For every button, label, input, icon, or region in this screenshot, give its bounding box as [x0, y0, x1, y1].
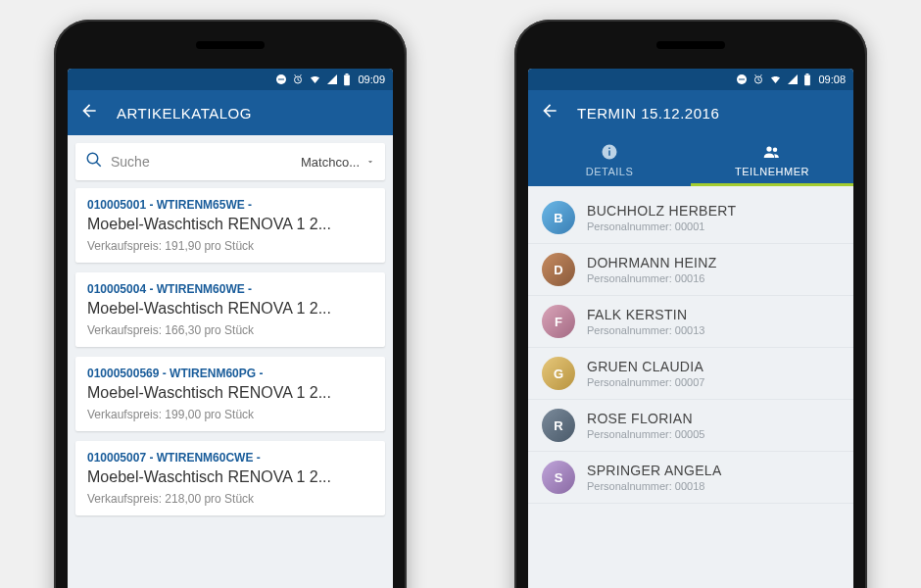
page-title: ARTIKELKATALOG — [117, 105, 252, 122]
article-list: 010005001 - WTIRENM65WE - Moebel-Waschti… — [68, 188, 393, 515]
svg-point-15 — [773, 148, 778, 153]
avatar: B — [542, 201, 575, 234]
participant-number: Personalnummer: 00018 — [587, 480, 722, 492]
app-bar: ARTIKELKATALOG — [68, 90, 393, 135]
tab-label: TEILNEHMER — [735, 166, 809, 177]
article-code: 01000500569 - WTIRENM60PG - — [87, 367, 373, 380]
participant-row[interactable]: D DOHRMANN HEINZ Personalnummer: 00016 — [528, 244, 853, 296]
dnd-icon — [275, 74, 287, 85]
svg-rect-12 — [608, 151, 610, 156]
participant-number: Personalnummer: 00005 — [587, 428, 704, 440]
svg-rect-4 — [346, 74, 349, 74]
screen-right: 09:08 TERMIN 15.12.2016 DETAILS TEILNEHM… — [528, 69, 853, 588]
status-time: 09:09 — [358, 74, 385, 85]
signal-icon — [326, 74, 338, 85]
wifi-icon — [309, 74, 321, 85]
article-price: Verkaufspreis: 218,00 pro Stück — [87, 492, 373, 506]
tab-bar: DETAILS TEILNEHMER — [528, 135, 853, 186]
article-card[interactable]: 010005004 - WTIRENM60WE - Moebel-Waschti… — [75, 272, 385, 347]
search-filter-label: Matchco... — [301, 155, 360, 170]
svg-rect-13 — [608, 148, 610, 150]
search-filter-dropdown[interactable]: Matchco... — [301, 155, 375, 170]
article-price: Verkaufspreis: 166,30 pro Stück — [87, 323, 373, 337]
participant-row[interactable]: F FALK KERSTIN Personalnummer: 00013 — [528, 296, 853, 348]
avatar: R — [542, 409, 575, 442]
battery-icon — [803, 74, 811, 86]
participant-row[interactable]: G GRUEN CLAUDIA Personalnummer: 00007 — [528, 348, 853, 400]
article-title: Moebel-Waschtisch RENOVA 1 2... — [87, 216, 373, 233]
participant-name: BUCHHOLZ HERBERT — [587, 203, 736, 219]
participant-list: B BUCHHOLZ HERBERT Personalnummer: 00001… — [528, 186, 853, 510]
search-row: Matchco... — [75, 143, 385, 180]
avatar: F — [542, 305, 575, 338]
status-bar: 09:09 — [68, 69, 393, 90]
tab-participants[interactable]: TEILNEHMER — [691, 135, 853, 183]
tab-details[interactable]: DETAILS — [528, 135, 691, 183]
article-title: Moebel-Waschtisch RENOVA 1 2... — [87, 384, 373, 402]
signal-icon — [787, 74, 799, 85]
svg-point-14 — [766, 146, 771, 151]
participant-name: FALK KERSTIN — [587, 307, 704, 322]
alarm-icon — [292, 74, 304, 85]
article-price: Verkaufspreis: 199,00 pro Stück — [87, 408, 373, 421]
search-icon — [85, 151, 103, 172]
status-time: 09:08 — [818, 74, 846, 85]
svg-point-5 — [87, 153, 98, 164]
participant-name: SPRINGER ANGELA — [587, 463, 722, 478]
article-title: Moebel-Waschtisch RENOVA 1 2... — [87, 300, 373, 318]
avatar: D — [542, 253, 575, 286]
alarm-icon — [752, 74, 764, 85]
participant-number: Personalnummer: 00001 — [587, 220, 736, 232]
chevron-down-icon — [365, 157, 375, 167]
article-title: Moebel-Waschtisch RENOVA 1 2... — [87, 468, 373, 486]
page-title: TERMIN 15.12.2016 — [577, 105, 719, 122]
participant-number: Personalnummer: 00007 — [587, 376, 704, 388]
article-code: 010005001 - WTIRENM65WE - — [87, 198, 373, 212]
dnd-icon — [736, 74, 748, 85]
phone-left: 09:09 ARTIKELKATALOG Matchco... 01000500… — [54, 20, 407, 588]
article-card[interactable]: 01000500569 - WTIRENM60PG - Moebel-Wasch… — [75, 357, 385, 431]
tab-label: DETAILS — [586, 166, 634, 177]
phone-right: 09:08 TERMIN 15.12.2016 DETAILS TEILNEHM… — [514, 20, 867, 588]
avatar: S — [542, 461, 575, 494]
participant-name: GRUEN CLAUDIA — [587, 359, 704, 374]
svg-rect-7 — [739, 79, 745, 80]
svg-rect-3 — [345, 74, 351, 85]
article-code: 010005004 - WTIRENM60WE - — [87, 282, 373, 296]
article-card[interactable]: 010005001 - WTIRENM65WE - Moebel-Waschti… — [75, 188, 385, 263]
people-icon — [762, 143, 782, 163]
search-input[interactable] — [111, 154, 293, 170]
participant-row[interactable]: S SPRINGER ANGELA Personalnummer: 00018 — [528, 452, 853, 504]
status-bar: 09:08 — [528, 69, 853, 90]
avatar: G — [542, 357, 575, 390]
back-button[interactable] — [79, 101, 99, 124]
article-price: Verkaufspreis: 191,90 pro Stück — [87, 239, 373, 253]
article-code: 010005007 - WTIRENM60CWE - — [87, 451, 373, 465]
participant-row[interactable]: R ROSE FLORIAN Personalnummer: 00005 — [528, 400, 853, 452]
info-icon — [601, 143, 618, 163]
back-button[interactable] — [540, 101, 559, 124]
svg-rect-10 — [806, 74, 809, 74]
participant-number: Personalnummer: 00016 — [587, 272, 717, 284]
battery-icon — [343, 74, 351, 86]
app-bar: TERMIN 15.12.2016 — [528, 90, 853, 135]
participant-name: DOHRMANN HEINZ — [587, 255, 717, 270]
svg-rect-9 — [805, 74, 811, 85]
article-card[interactable]: 010005007 - WTIRENM60CWE - Moebel-Wascht… — [75, 441, 385, 515]
participant-row[interactable]: B BUCHHOLZ HERBERT Personalnummer: 00001 — [528, 192, 853, 244]
wifi-icon — [769, 74, 782, 85]
svg-rect-1 — [278, 79, 284, 80]
participant-name: ROSE FLORIAN — [587, 411, 704, 426]
participant-number: Personalnummer: 00013 — [587, 324, 704, 336]
screen-left: 09:09 ARTIKELKATALOG Matchco... 01000500… — [68, 69, 393, 588]
